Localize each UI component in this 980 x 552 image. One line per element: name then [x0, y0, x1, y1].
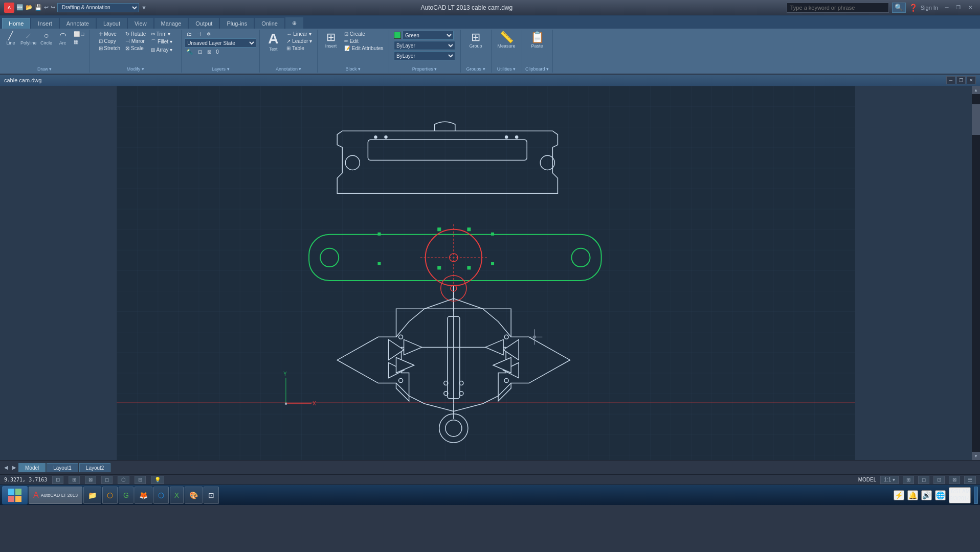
tab-home[interactable]: Home: [2, 18, 30, 29]
arc-btn[interactable]: ◠ Arc: [55, 31, 71, 47]
rotate-btn[interactable]: ↻ Rotate: [123, 31, 148, 37]
status-snap-btn[interactable]: ⊞: [903, 476, 914, 484]
hatch-btn[interactable]: ▦: [72, 38, 86, 45]
drawing-restore-btn[interactable]: ❐: [956, 76, 966, 84]
layer-freeze-btn[interactable]: ❄: [205, 31, 213, 37]
status-icon5[interactable]: ⬡: [118, 476, 129, 484]
layer-btn2[interactable]: ⊡: [196, 49, 204, 55]
tab-view[interactable]: View: [128, 18, 153, 29]
viewport-btn[interactable]: ⊡: [933, 476, 945, 484]
close-btn[interactable]: ✕: [965, 3, 976, 13]
open-btn[interactable]: 📂: [26, 4, 33, 11]
scale-btn[interactable]: ⊠ Scale: [123, 45, 148, 52]
taskbar-app4[interactable]: 🦊: [135, 487, 152, 504]
customstatus-btn[interactable]: ☰: [964, 476, 976, 484]
trim-btn[interactable]: ✂ Trim ▾: [149, 31, 174, 37]
table-btn[interactable]: ⊞ Table: [284, 45, 314, 52]
color-selector[interactable]: Green: [403, 31, 454, 40]
insert-btn[interactable]: ⊞ Insert: [321, 31, 341, 50]
array-btn[interactable]: ⊞ Array ▾: [149, 47, 174, 53]
search-icon[interactable]: 🔍: [892, 3, 906, 13]
tab-plugins[interactable]: Plug-ins: [220, 18, 254, 29]
edit-attributes-btn[interactable]: 📝 Edit Attributes: [342, 45, 385, 52]
stretch-btn[interactable]: ⊞ Stretch: [97, 45, 122, 52]
text-btn[interactable]: A Text: [263, 31, 283, 53]
taskbar-explorer-folder[interactable]: 📁: [83, 487, 101, 504]
tray-icon-4[interactable]: 🌐: [935, 490, 946, 500]
restore-btn[interactable]: ❐: [953, 3, 964, 13]
redo-btn[interactable]: ↪: [51, 4, 55, 11]
tab-layout[interactable]: Layout: [97, 18, 127, 29]
layer-manager-btn[interactable]: 🗂: [185, 31, 194, 37]
layer-prev-btn[interactable]: ⊣: [195, 31, 204, 37]
status-icon1[interactable]: ⊡: [52, 476, 63, 484]
vertical-scrollbar[interactable]: ▲ ▼: [972, 86, 980, 460]
edit-btn[interactable]: ✏ Edit: [342, 38, 385, 44]
move-btn[interactable]: ✛ Move: [97, 31, 122, 37]
customize-btn[interactable]: ▼: [141, 5, 147, 11]
taskbar-autocad[interactable]: A AutoCAD LT 2013: [29, 487, 82, 504]
signin-btn[interactable]: Sign In: [921, 5, 938, 11]
minimize-btn[interactable]: ─: [941, 3, 952, 13]
tab-output[interactable]: Output: [189, 18, 219, 29]
drawing-minimize-btn[interactable]: ─: [946, 76, 955, 84]
tab-layout2[interactable]: Layout2: [79, 463, 111, 472]
status-icon2[interactable]: ⊞: [69, 476, 80, 484]
tab-online[interactable]: Online: [255, 18, 284, 29]
scroll-up-btn[interactable]: ▲: [972, 86, 980, 94]
status-icon7[interactable]: 💡: [151, 476, 164, 484]
tab-annotate[interactable]: Annotate: [60, 18, 96, 29]
fullscreen-btn[interactable]: ⊠: [949, 476, 960, 484]
fillet-btn[interactable]: ⌒ Fillet ▾: [149, 38, 174, 46]
tab-prev-btn[interactable]: ◀: [2, 464, 10, 471]
status-grid-btn[interactable]: ◻: [918, 476, 929, 484]
clock-btn[interactable]: 6:51 AM 9/3/2014: [949, 487, 971, 503]
line-btn[interactable]: ╱ Line: [3, 31, 18, 47]
tab-add[interactable]: ⊕: [285, 17, 303, 29]
status-icon3[interactable]: ⊠: [85, 476, 96, 484]
workspace-dropdown[interactable]: Drafting & Annotation: [57, 3, 139, 12]
taskbar-app3[interactable]: G: [119, 487, 133, 504]
status-icon4[interactable]: ◻: [101, 476, 113, 484]
taskbar-app8[interactable]: ⊡: [204, 487, 219, 504]
tab-manage[interactable]: Manage: [154, 18, 188, 29]
drawing-canvas[interactable]: X Y: [0, 86, 972, 460]
layer-btn1[interactable]: 🔦: [185, 49, 195, 55]
tab-layout1[interactable]: Layout1: [47, 463, 78, 472]
create-btn[interactable]: ⊡ Create: [342, 31, 385, 37]
scroll-thumb[interactable]: [972, 104, 980, 135]
measure-btn[interactable]: 📏 Measure: [496, 31, 517, 50]
tab-model[interactable]: Model: [18, 463, 46, 472]
rect-btn[interactable]: ⬜ □: [72, 31, 86, 37]
mirror-btn[interactable]: ⊣ Mirror: [123, 38, 148, 44]
paste-btn[interactable]: 📋 Paste: [527, 31, 547, 50]
leader-btn[interactable]: ↗ Leader ▾: [284, 38, 314, 44]
circle-btn[interactable]: ○ Circle: [39, 31, 54, 47]
copy-btn[interactable]: ⊡ Copy: [97, 38, 122, 44]
linear-btn[interactable]: ↔ Linear ▾: [284, 31, 314, 37]
taskbar-app6[interactable]: X: [170, 487, 184, 504]
show-desktop-btn[interactable]: [974, 487, 978, 504]
search-input[interactable]: [787, 3, 889, 13]
taskbar-app2[interactable]: ⬡: [102, 487, 118, 504]
tray-icon-1[interactable]: ⚡: [894, 490, 904, 500]
status-icon6[interactable]: ⊟: [135, 476, 146, 484]
undo-btn[interactable]: ↩: [44, 4, 49, 11]
new-btn[interactable]: 🆕: [16, 4, 24, 11]
tab-insert[interactable]: Insert: [31, 18, 59, 29]
layer-btn3[interactable]: ⊠: [205, 49, 213, 55]
drawing-close-btn[interactable]: ✕: [967, 76, 976, 84]
canvas-area[interactable]: cable cam.dwg ─ ❐ ✕ X Y: [0, 75, 980, 460]
taskbar-app5[interactable]: ⬡: [153, 487, 169, 504]
start-button[interactable]: [2, 486, 28, 504]
layer-dropdown[interactable]: Unsaved Layer State: [185, 38, 256, 48]
tray-icon-2[interactable]: 🔔: [907, 490, 918, 500]
polyline-btn[interactable]: ⟋ Polyline: [19, 31, 38, 47]
save-btn[interactable]: 💾: [35, 4, 42, 11]
help-icon[interactable]: ❓: [909, 4, 918, 12]
taskbar-app7[interactable]: 🎨: [185, 487, 203, 504]
group-btn[interactable]: ⊞ Group: [465, 31, 486, 50]
tray-icon-3[interactable]: 🔊: [921, 490, 932, 500]
scroll-down-btn[interactable]: ▼: [972, 452, 980, 460]
lineweight-selector[interactable]: ByLayer: [394, 51, 455, 60]
